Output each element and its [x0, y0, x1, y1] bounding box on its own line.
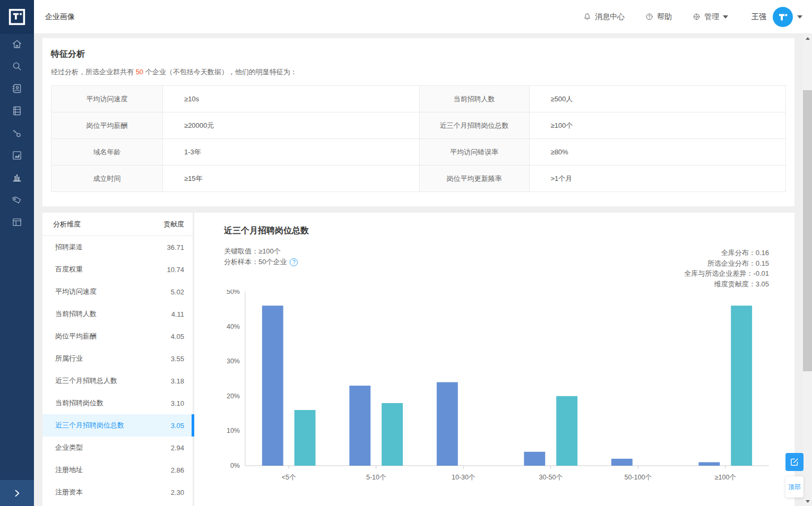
chart-stat-line: 全库分布：0.16: [684, 248, 769, 258]
y-axis-tick-label: 30%: [227, 357, 240, 365]
manage-label: 管理: [704, 12, 719, 22]
feature-table-row: 域名年龄1-3年平均访问错误率≥80%: [51, 139, 786, 165]
feature-analysis-card: 特征分析 经过分析，所选企业群共有 50 个企业（不包括今天数据），他们的明显特…: [42, 38, 794, 206]
bar-blue-50-100个[interactable]: [611, 459, 633, 466]
sidebar-item-trend-chart[interactable]: [0, 145, 34, 168]
bar-blue-≥100个[interactable]: [698, 462, 720, 466]
x-axis-category-label: 30-50个: [539, 474, 563, 481]
bar-teal-≥100个[interactable]: [731, 306, 752, 466]
dimension-contribution-value: 3.05: [171, 422, 184, 430]
sidebar-item-bar-chart[interactable]: [0, 168, 34, 190]
sidebar-item-home[interactable]: [0, 34, 34, 56]
dimension-label: 所属行业: [55, 354, 83, 363]
summary-suffix: 个企业（不包括今天数据），他们的明显特征为：: [143, 68, 297, 76]
feature-table-row: 成立时间≥15年岗位平均更新频率>1个月: [51, 165, 786, 192]
tag-icon: [11, 194, 23, 208]
dimension-label: 平均访问速度: [55, 287, 97, 296]
dimension-label: 招聘渠道: [55, 242, 83, 252]
dimension-item[interactable]: 注册地址2.86: [42, 459, 193, 481]
sidebar-item-layout[interactable]: [0, 212, 34, 234]
dimensions-panel: 分析维度 贡献度 招聘渠道36.71百度权重10.74平均访问速度5.02当前招…: [42, 213, 193, 506]
feature-label-cell: 成立时间: [51, 165, 163, 192]
help-button[interactable]: 帮助: [645, 12, 672, 22]
sidebar-item-search[interactable]: [0, 56, 34, 78]
bar-blue-5-10个[interactable]: [349, 386, 370, 466]
username[interactable]: 王强: [751, 12, 766, 22]
chart-stat-line: 全库与所选企业差异：-0.01: [684, 268, 769, 279]
dimension-contribution-value: 36.71: [167, 243, 184, 251]
feature-table: 平均访问速度≥10s当前招聘人数≥500人岗位平均薪酬≥20000元近三个月招聘…: [51, 85, 786, 192]
sidebar-expand-button[interactable]: [0, 480, 34, 506]
sidebar-item-documents[interactable]: [0, 101, 34, 123]
dimension-item[interactable]: 百度权重10.74: [42, 258, 193, 281]
logo-icon: [8, 8, 26, 26]
bar-chart: 0%10%20%30%40%50%<5个5-10个10-30个30-50个50-…: [224, 290, 769, 496]
bar-teal-5-10个[interactable]: [382, 403, 403, 466]
feature-label-cell: 近三个月招聘岗位总数: [419, 112, 529, 139]
question-circle-icon: [645, 12, 654, 21]
scroll-down-arrow[interactable]: [803, 497, 812, 506]
scrollbar-thumb[interactable]: [803, 90, 812, 371]
chart-stat-line: 维度贡献度：3.05: [684, 279, 769, 290]
summary-prefix: 经过分析，所选企业群共有: [51, 68, 136, 76]
dimension-item[interactable]: 当前招聘岗位数3.10: [42, 392, 193, 414]
dimension-item[interactable]: 岗位平均薪酬4.05: [42, 325, 193, 347]
feedback-edit-button[interactable]: [785, 453, 804, 471]
message-center-button[interactable]: 消息中心: [583, 12, 625, 22]
sidebar-item-tag[interactable]: [0, 190, 34, 212]
scroll-up-arrow[interactable]: [803, 34, 812, 43]
message-center-label: 消息中心: [595, 12, 625, 22]
dimension-item[interactable]: 近三个月招聘岗位总数3.05: [42, 414, 193, 437]
feature-analysis-summary: 经过分析，所选企业群共有 50 个企业（不包括今天数据），他们的明显特征为：: [51, 67, 786, 77]
bar-teal-<5个[interactable]: [295, 410, 316, 466]
dimension-label: 当前招聘人数: [55, 309, 97, 319]
key-icon: [11, 127, 23, 141]
dimension-analysis-card: 分析维度 贡献度 招聘渠道36.71百度权重10.74平均访问速度5.02当前招…: [42, 213, 794, 506]
contribution-header-label: 贡献度: [163, 220, 184, 229]
dimension-contribution-value: 5.02: [171, 288, 184, 296]
dimension-item[interactable]: 招聘渠道36.71: [42, 236, 193, 258]
feature-label-cell: 当前招聘人数: [419, 86, 529, 112]
documents-icon: [11, 105, 23, 119]
dimension-item[interactable]: 注册资本2.30: [42, 481, 193, 503]
feature-value-cell: ≥20000元: [163, 112, 420, 139]
compose-icon: [789, 457, 800, 467]
scrollbar[interactable]: [803, 34, 812, 506]
feature-table-row: 平均访问速度≥10s当前招聘人数≥500人: [51, 86, 786, 112]
feature-label-cell: 岗位平均更新频率: [419, 165, 529, 192]
sidebar-item-key[interactable]: [0, 123, 34, 145]
chart-stats: 全库分布：0.16所选企业分布：0.15全库与所选企业差异：-0.01维度贡献度…: [684, 248, 769, 289]
dimension-item[interactable]: 近三个月招聘总人数3.18: [42, 370, 193, 392]
home-icon: [11, 38, 23, 52]
dimension-item[interactable]: 企业类型2.94: [42, 437, 193, 459]
chevron-right-icon: [12, 488, 22, 499]
feature-value-cell: ≥100个: [529, 112, 786, 139]
app-title: 企业画像: [45, 12, 75, 22]
feature-label-cell: 域名年龄: [51, 139, 163, 165]
dimension-item[interactable]: 所属行业3.55: [42, 347, 193, 370]
gear-icon: [692, 12, 701, 21]
layout-icon: [11, 216, 23, 230]
back-to-top-button[interactable]: 顶部: [785, 476, 804, 498]
feature-table-row: 岗位平均薪酬≥20000元近三个月招聘岗位总数≥100个: [51, 112, 786, 139]
feature-label-cell: 平均访问错误率: [419, 139, 529, 165]
avatar[interactable]: [773, 7, 793, 27]
avatar-caret-icon[interactable]: [797, 15, 802, 19]
dimension-label: 当前招聘岗位数: [55, 398, 103, 408]
dimension-contribution-value: 3.10: [171, 399, 184, 407]
chart-panel: 近三个月招聘岗位总数 关键取值：≥100个 分析样本：50个企业 ? 全库分布：…: [194, 213, 794, 506]
bar-teal-30-50个[interactable]: [556, 396, 577, 466]
dimension-label: 岗位平均薪酬: [55, 331, 97, 341]
sample-help-icon[interactable]: ?: [290, 258, 298, 266]
sidebar-item-contacts[interactable]: [0, 78, 34, 101]
manage-menu[interactable]: 管理: [692, 12, 728, 22]
y-axis-tick-label: 40%: [227, 323, 240, 330]
dimensions-header: 分析维度 贡献度: [42, 213, 193, 236]
dimension-item[interactable]: 当前招聘人数4.11: [42, 303, 193, 325]
bar-blue-30-50个[interactable]: [524, 452, 545, 466]
bar-blue-<5个[interactable]: [262, 306, 283, 466]
dimension-item[interactable]: 平均访问速度5.02: [42, 281, 193, 303]
app-logo[interactable]: [0, 0, 34, 34]
feature-value-cell: ≥15年: [163, 165, 420, 192]
bar-blue-10-30个[interactable]: [437, 382, 458, 466]
